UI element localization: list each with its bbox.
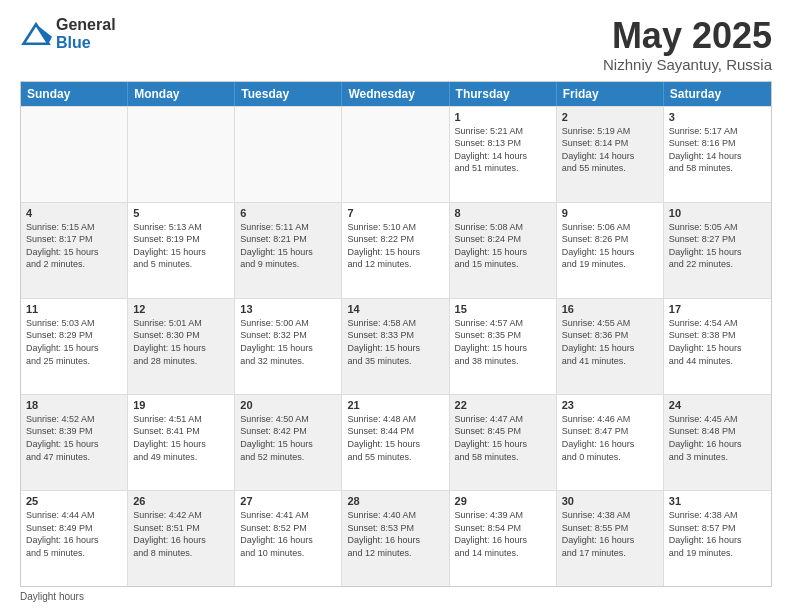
week-row-4: 18Sunrise: 4:52 AM Sunset: 8:39 PM Dayli… (21, 394, 771, 490)
day-cell-17: 17Sunrise: 4:54 AM Sunset: 8:38 PM Dayli… (664, 299, 771, 394)
title-location: Nizhniy Sayantuy, Russia (603, 56, 772, 73)
header-day-friday: Friday (557, 82, 664, 106)
day-cell-6: 6Sunrise: 5:11 AM Sunset: 8:21 PM Daylig… (235, 203, 342, 298)
day-cell-3: 3Sunrise: 5:17 AM Sunset: 8:16 PM Daylig… (664, 107, 771, 202)
day-info: Sunrise: 4:57 AM Sunset: 8:35 PM Dayligh… (455, 317, 551, 367)
day-cell-21: 21Sunrise: 4:48 AM Sunset: 8:44 PM Dayli… (342, 395, 449, 490)
day-info: Sunrise: 4:39 AM Sunset: 8:54 PM Dayligh… (455, 509, 551, 559)
day-cell-13: 13Sunrise: 5:00 AM Sunset: 8:32 PM Dayli… (235, 299, 342, 394)
day-number: 28 (347, 495, 443, 507)
logo-text: General Blue (56, 16, 116, 51)
logo-blue-text: Blue (56, 34, 116, 52)
week-row-1: 1Sunrise: 5:21 AM Sunset: 8:13 PM Daylig… (21, 106, 771, 202)
day-info: Sunrise: 4:58 AM Sunset: 8:33 PM Dayligh… (347, 317, 443, 367)
day-info: Sunrise: 4:50 AM Sunset: 8:42 PM Dayligh… (240, 413, 336, 463)
day-cell-5: 5Sunrise: 5:13 AM Sunset: 8:19 PM Daylig… (128, 203, 235, 298)
day-cell-12: 12Sunrise: 5:01 AM Sunset: 8:30 PM Dayli… (128, 299, 235, 394)
day-cell-1: 1Sunrise: 5:21 AM Sunset: 8:13 PM Daylig… (450, 107, 557, 202)
day-number: 22 (455, 399, 551, 411)
svg-marker-1 (36, 24, 52, 44)
day-cell-28: 28Sunrise: 4:40 AM Sunset: 8:53 PM Dayli… (342, 491, 449, 586)
day-number: 23 (562, 399, 658, 411)
day-info: Sunrise: 5:03 AM Sunset: 8:29 PM Dayligh… (26, 317, 122, 367)
empty-cell-0-3 (342, 107, 449, 202)
day-info: Sunrise: 5:13 AM Sunset: 8:19 PM Dayligh… (133, 221, 229, 271)
day-cell-11: 11Sunrise: 5:03 AM Sunset: 8:29 PM Dayli… (21, 299, 128, 394)
empty-cell-0-1 (128, 107, 235, 202)
day-number: 6 (240, 207, 336, 219)
day-cell-14: 14Sunrise: 4:58 AM Sunset: 8:33 PM Dayli… (342, 299, 449, 394)
day-number: 8 (455, 207, 551, 219)
day-number: 31 (669, 495, 766, 507)
day-info: Sunrise: 4:48 AM Sunset: 8:44 PM Dayligh… (347, 413, 443, 463)
day-info: Sunrise: 4:52 AM Sunset: 8:39 PM Dayligh… (26, 413, 122, 463)
logo-general-text: General (56, 16, 116, 34)
title-month: May 2025 (603, 16, 772, 56)
day-cell-27: 27Sunrise: 4:41 AM Sunset: 8:52 PM Dayli… (235, 491, 342, 586)
logo: General Blue (20, 16, 116, 51)
day-info: Sunrise: 5:00 AM Sunset: 8:32 PM Dayligh… (240, 317, 336, 367)
day-cell-15: 15Sunrise: 4:57 AM Sunset: 8:35 PM Dayli… (450, 299, 557, 394)
day-info: Sunrise: 5:06 AM Sunset: 8:26 PM Dayligh… (562, 221, 658, 271)
day-info: Sunrise: 4:42 AM Sunset: 8:51 PM Dayligh… (133, 509, 229, 559)
day-cell-8: 8Sunrise: 5:08 AM Sunset: 8:24 PM Daylig… (450, 203, 557, 298)
header-day-wednesday: Wednesday (342, 82, 449, 106)
day-number: 10 (669, 207, 766, 219)
day-cell-18: 18Sunrise: 4:52 AM Sunset: 8:39 PM Dayli… (21, 395, 128, 490)
day-cell-2: 2Sunrise: 5:19 AM Sunset: 8:14 PM Daylig… (557, 107, 664, 202)
day-cell-4: 4Sunrise: 5:15 AM Sunset: 8:17 PM Daylig… (21, 203, 128, 298)
header: General Blue May 2025 Nizhniy Sayantuy, … (20, 16, 772, 73)
header-day-tuesday: Tuesday (235, 82, 342, 106)
day-number: 18 (26, 399, 122, 411)
day-cell-23: 23Sunrise: 4:46 AM Sunset: 8:47 PM Dayli… (557, 395, 664, 490)
day-info: Sunrise: 4:51 AM Sunset: 8:41 PM Dayligh… (133, 413, 229, 463)
day-number: 21 (347, 399, 443, 411)
calendar-header-row: SundayMondayTuesdayWednesdayThursdayFrid… (21, 82, 771, 106)
day-cell-31: 31Sunrise: 4:38 AM Sunset: 8:57 PM Dayli… (664, 491, 771, 586)
day-number: 19 (133, 399, 229, 411)
day-number: 12 (133, 303, 229, 315)
footer-note: Daylight hours (20, 591, 772, 602)
week-row-5: 25Sunrise: 4:44 AM Sunset: 8:49 PM Dayli… (21, 490, 771, 586)
day-number: 3 (669, 111, 766, 123)
day-number: 14 (347, 303, 443, 315)
day-number: 11 (26, 303, 122, 315)
day-number: 20 (240, 399, 336, 411)
day-number: 25 (26, 495, 122, 507)
day-cell-22: 22Sunrise: 4:47 AM Sunset: 8:45 PM Dayli… (450, 395, 557, 490)
day-info: Sunrise: 4:46 AM Sunset: 8:47 PM Dayligh… (562, 413, 658, 463)
day-number: 29 (455, 495, 551, 507)
day-info: Sunrise: 4:41 AM Sunset: 8:52 PM Dayligh… (240, 509, 336, 559)
header-day-saturday: Saturday (664, 82, 771, 106)
day-info: Sunrise: 4:55 AM Sunset: 8:36 PM Dayligh… (562, 317, 658, 367)
empty-cell-0-2 (235, 107, 342, 202)
day-cell-10: 10Sunrise: 5:05 AM Sunset: 8:27 PM Dayli… (664, 203, 771, 298)
day-info: Sunrise: 4:40 AM Sunset: 8:53 PM Dayligh… (347, 509, 443, 559)
day-number: 13 (240, 303, 336, 315)
day-number: 2 (562, 111, 658, 123)
week-row-3: 11Sunrise: 5:03 AM Sunset: 8:29 PM Dayli… (21, 298, 771, 394)
day-number: 24 (669, 399, 766, 411)
header-day-thursday: Thursday (450, 82, 557, 106)
day-number: 5 (133, 207, 229, 219)
day-number: 4 (26, 207, 122, 219)
day-number: 17 (669, 303, 766, 315)
day-info: Sunrise: 4:47 AM Sunset: 8:45 PM Dayligh… (455, 413, 551, 463)
day-info: Sunrise: 5:05 AM Sunset: 8:27 PM Dayligh… (669, 221, 766, 271)
title-block: May 2025 Nizhniy Sayantuy, Russia (603, 16, 772, 73)
day-cell-7: 7Sunrise: 5:10 AM Sunset: 8:22 PM Daylig… (342, 203, 449, 298)
day-info: Sunrise: 5:21 AM Sunset: 8:13 PM Dayligh… (455, 125, 551, 175)
day-info: Sunrise: 5:01 AM Sunset: 8:30 PM Dayligh… (133, 317, 229, 367)
empty-cell-0-0 (21, 107, 128, 202)
day-number: 26 (133, 495, 229, 507)
page: General Blue May 2025 Nizhniy Sayantuy, … (0, 0, 792, 612)
logo-icon (20, 20, 52, 48)
day-cell-30: 30Sunrise: 4:38 AM Sunset: 8:55 PM Dayli… (557, 491, 664, 586)
day-info: Sunrise: 5:19 AM Sunset: 8:14 PM Dayligh… (562, 125, 658, 175)
day-number: 27 (240, 495, 336, 507)
day-cell-26: 26Sunrise: 4:42 AM Sunset: 8:51 PM Dayli… (128, 491, 235, 586)
day-info: Sunrise: 5:17 AM Sunset: 8:16 PM Dayligh… (669, 125, 766, 175)
day-cell-16: 16Sunrise: 4:55 AM Sunset: 8:36 PM Dayli… (557, 299, 664, 394)
day-number: 30 (562, 495, 658, 507)
day-number: 7 (347, 207, 443, 219)
